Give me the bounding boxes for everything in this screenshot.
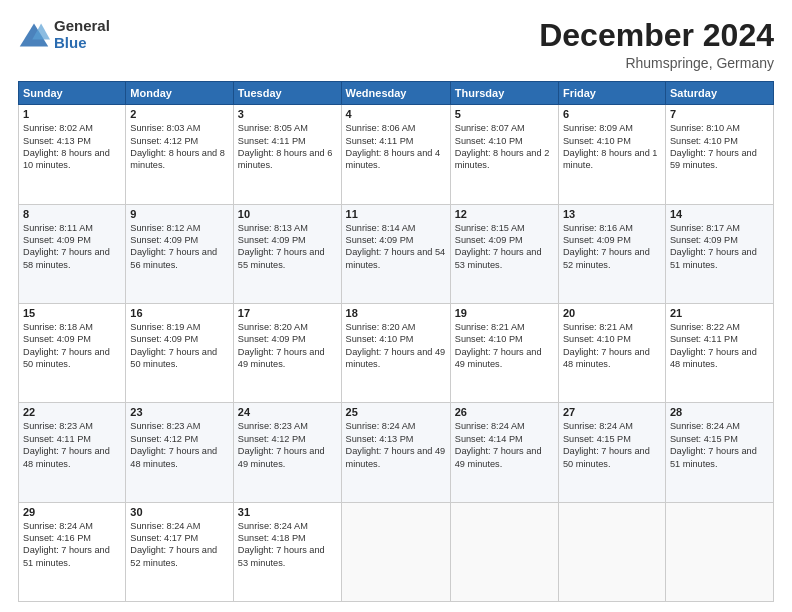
col-sunday: Sunday	[19, 82, 126, 105]
calendar-cell: 10 Sunrise: 8:13 AMSunset: 4:09 PMDaylig…	[233, 204, 341, 303]
day-detail: Sunrise: 8:05 AMSunset: 4:11 PMDaylight:…	[238, 123, 333, 170]
day-detail: Sunrise: 8:20 AMSunset: 4:10 PMDaylight:…	[346, 322, 446, 369]
logo-blue-text: Blue	[54, 35, 110, 52]
location: Rhumspringe, Germany	[539, 55, 774, 71]
calendar-cell: 28 Sunrise: 8:24 AMSunset: 4:15 PMDaylig…	[665, 403, 773, 502]
col-saturday: Saturday	[665, 82, 773, 105]
day-detail: Sunrise: 8:24 AMSunset: 4:17 PMDaylight:…	[130, 521, 217, 568]
day-detail: Sunrise: 8:24 AMSunset: 4:15 PMDaylight:…	[670, 421, 757, 468]
day-number: 29	[23, 506, 121, 518]
calendar-cell: 4 Sunrise: 8:06 AMSunset: 4:11 PMDayligh…	[341, 105, 450, 204]
day-detail: Sunrise: 8:24 AMSunset: 4:13 PMDaylight:…	[346, 421, 446, 468]
day-number: 14	[670, 208, 769, 220]
calendar-cell: 3 Sunrise: 8:05 AMSunset: 4:11 PMDayligh…	[233, 105, 341, 204]
calendar-cell: 20 Sunrise: 8:21 AMSunset: 4:10 PMDaylig…	[558, 303, 665, 402]
calendar-week-3: 15 Sunrise: 8:18 AMSunset: 4:09 PMDaylig…	[19, 303, 774, 402]
header: General Blue December 2024 Rhumspringe, …	[18, 18, 774, 71]
day-detail: Sunrise: 8:03 AMSunset: 4:12 PMDaylight:…	[130, 123, 225, 170]
month-title: December 2024	[539, 18, 774, 53]
calendar-cell: 14 Sunrise: 8:17 AMSunset: 4:09 PMDaylig…	[665, 204, 773, 303]
calendar-week-5: 29 Sunrise: 8:24 AMSunset: 4:16 PMDaylig…	[19, 502, 774, 601]
day-number: 25	[346, 406, 446, 418]
day-number: 16	[130, 307, 229, 319]
day-detail: Sunrise: 8:24 AMSunset: 4:14 PMDaylight:…	[455, 421, 542, 468]
calendar-cell: 2 Sunrise: 8:03 AMSunset: 4:12 PMDayligh…	[126, 105, 234, 204]
day-number: 2	[130, 108, 229, 120]
calendar-cell: 16 Sunrise: 8:19 AMSunset: 4:09 PMDaylig…	[126, 303, 234, 402]
day-number: 26	[455, 406, 554, 418]
day-detail: Sunrise: 8:12 AMSunset: 4:09 PMDaylight:…	[130, 223, 217, 270]
calendar-cell: 11 Sunrise: 8:14 AMSunset: 4:09 PMDaylig…	[341, 204, 450, 303]
col-friday: Friday	[558, 82, 665, 105]
calendar-cell: 5 Sunrise: 8:07 AMSunset: 4:10 PMDayligh…	[450, 105, 558, 204]
day-number: 31	[238, 506, 337, 518]
col-thursday: Thursday	[450, 82, 558, 105]
day-number: 11	[346, 208, 446, 220]
day-detail: Sunrise: 8:17 AMSunset: 4:09 PMDaylight:…	[670, 223, 757, 270]
calendar-week-4: 22 Sunrise: 8:23 AMSunset: 4:11 PMDaylig…	[19, 403, 774, 502]
calendar-cell: 1 Sunrise: 8:02 AMSunset: 4:13 PMDayligh…	[19, 105, 126, 204]
day-detail: Sunrise: 8:13 AMSunset: 4:09 PMDaylight:…	[238, 223, 325, 270]
day-detail: Sunrise: 8:09 AMSunset: 4:10 PMDaylight:…	[563, 123, 658, 170]
calendar-cell	[665, 502, 773, 601]
day-number: 6	[563, 108, 661, 120]
day-number: 15	[23, 307, 121, 319]
day-number: 12	[455, 208, 554, 220]
day-detail: Sunrise: 8:14 AMSunset: 4:09 PMDaylight:…	[346, 223, 446, 270]
col-wednesday: Wednesday	[341, 82, 450, 105]
calendar-table: Sunday Monday Tuesday Wednesday Thursday…	[18, 81, 774, 602]
calendar-cell	[341, 502, 450, 601]
logo-general-text: General	[54, 18, 110, 35]
logo-icon	[18, 21, 50, 49]
calendar-cell: 24 Sunrise: 8:23 AMSunset: 4:12 PMDaylig…	[233, 403, 341, 502]
calendar-cell: 13 Sunrise: 8:16 AMSunset: 4:09 PMDaylig…	[558, 204, 665, 303]
day-detail: Sunrise: 8:21 AMSunset: 4:10 PMDaylight:…	[563, 322, 650, 369]
calendar-cell: 12 Sunrise: 8:15 AMSunset: 4:09 PMDaylig…	[450, 204, 558, 303]
calendar-cell: 7 Sunrise: 8:10 AMSunset: 4:10 PMDayligh…	[665, 105, 773, 204]
day-number: 1	[23, 108, 121, 120]
day-number: 27	[563, 406, 661, 418]
day-number: 9	[130, 208, 229, 220]
calendar-cell: 27 Sunrise: 8:24 AMSunset: 4:15 PMDaylig…	[558, 403, 665, 502]
calendar-cell: 30 Sunrise: 8:24 AMSunset: 4:17 PMDaylig…	[126, 502, 234, 601]
header-row: Sunday Monday Tuesday Wednesday Thursday…	[19, 82, 774, 105]
day-number: 13	[563, 208, 661, 220]
calendar-cell: 23 Sunrise: 8:23 AMSunset: 4:12 PMDaylig…	[126, 403, 234, 502]
calendar-cell: 21 Sunrise: 8:22 AMSunset: 4:11 PMDaylig…	[665, 303, 773, 402]
day-number: 18	[346, 307, 446, 319]
logo: General Blue	[18, 18, 110, 51]
day-number: 20	[563, 307, 661, 319]
day-number: 22	[23, 406, 121, 418]
day-detail: Sunrise: 8:22 AMSunset: 4:11 PMDaylight:…	[670, 322, 757, 369]
day-detail: Sunrise: 8:21 AMSunset: 4:10 PMDaylight:…	[455, 322, 542, 369]
day-number: 23	[130, 406, 229, 418]
calendar-body: 1 Sunrise: 8:02 AMSunset: 4:13 PMDayligh…	[19, 105, 774, 602]
day-detail: Sunrise: 8:11 AMSunset: 4:09 PMDaylight:…	[23, 223, 110, 270]
col-tuesday: Tuesday	[233, 82, 341, 105]
day-detail: Sunrise: 8:10 AMSunset: 4:10 PMDaylight:…	[670, 123, 757, 170]
calendar-cell: 26 Sunrise: 8:24 AMSunset: 4:14 PMDaylig…	[450, 403, 558, 502]
day-detail: Sunrise: 8:24 AMSunset: 4:16 PMDaylight:…	[23, 521, 110, 568]
day-number: 30	[130, 506, 229, 518]
day-number: 19	[455, 307, 554, 319]
day-detail: Sunrise: 8:24 AMSunset: 4:15 PMDaylight:…	[563, 421, 650, 468]
col-monday: Monday	[126, 82, 234, 105]
page: General Blue December 2024 Rhumspringe, …	[0, 0, 792, 612]
day-detail: Sunrise: 8:20 AMSunset: 4:09 PMDaylight:…	[238, 322, 325, 369]
day-number: 28	[670, 406, 769, 418]
calendar-cell	[450, 502, 558, 601]
calendar-week-2: 8 Sunrise: 8:11 AMSunset: 4:09 PMDayligh…	[19, 204, 774, 303]
calendar-cell: 17 Sunrise: 8:20 AMSunset: 4:09 PMDaylig…	[233, 303, 341, 402]
day-number: 7	[670, 108, 769, 120]
day-detail: Sunrise: 8:23 AMSunset: 4:12 PMDaylight:…	[130, 421, 217, 468]
logo-text: General Blue	[54, 18, 110, 51]
day-number: 5	[455, 108, 554, 120]
calendar-cell: 6 Sunrise: 8:09 AMSunset: 4:10 PMDayligh…	[558, 105, 665, 204]
calendar-cell: 19 Sunrise: 8:21 AMSunset: 4:10 PMDaylig…	[450, 303, 558, 402]
day-number: 24	[238, 406, 337, 418]
calendar-cell: 25 Sunrise: 8:24 AMSunset: 4:13 PMDaylig…	[341, 403, 450, 502]
day-detail: Sunrise: 8:18 AMSunset: 4:09 PMDaylight:…	[23, 322, 110, 369]
day-detail: Sunrise: 8:15 AMSunset: 4:09 PMDaylight:…	[455, 223, 542, 270]
day-number: 4	[346, 108, 446, 120]
day-detail: Sunrise: 8:19 AMSunset: 4:09 PMDaylight:…	[130, 322, 217, 369]
